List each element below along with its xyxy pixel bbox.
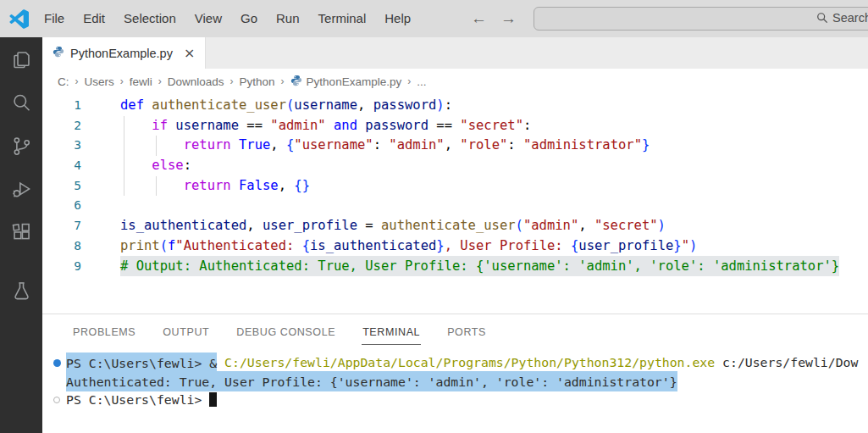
indent-guide xyxy=(124,136,124,156)
breadcrumb-separator: › xyxy=(407,75,411,87)
code-line[interactable]: 3 return True, {"username": "admin", "ro… xyxy=(42,136,868,156)
python-file-icon xyxy=(53,46,64,60)
menu-run[interactable]: Run xyxy=(267,0,309,37)
code-line[interactable]: 6 xyxy=(42,196,868,216)
code-line[interactable]: 1def authenticate_user(username, passwor… xyxy=(42,96,868,116)
menu-selection[interactable]: Selection xyxy=(114,0,185,37)
breadcrumb-item[interactable]: Users xyxy=(85,75,114,88)
vscode-logo-icon xyxy=(9,9,29,29)
search-icon xyxy=(816,12,828,24)
breadcrumb-item[interactable]: Downloads xyxy=(168,75,224,88)
navigate-forward-icon[interactable]: → xyxy=(500,9,517,28)
indent-guide xyxy=(156,136,157,156)
line-number: 4 xyxy=(42,156,81,176)
menu-go[interactable]: Go xyxy=(231,0,267,37)
code-editor[interactable]: 1def authenticate_user(username, passwor… xyxy=(42,94,868,314)
menu-edit[interactable]: Edit xyxy=(74,0,114,37)
source-control-icon[interactable] xyxy=(10,135,33,158)
panel-tab-output[interactable]: OUTPUT xyxy=(162,317,210,345)
panel-tab-terminal[interactable]: TERMINAL xyxy=(362,317,421,345)
code-line[interactable]: 4 else: xyxy=(42,156,868,176)
line-number: 3 xyxy=(42,136,81,156)
panel-tab-problems[interactable]: PROBLEMS xyxy=(72,317,136,345)
command-success-dot-icon xyxy=(53,359,61,367)
breadcrumb-separator: › xyxy=(281,75,285,87)
menu-file[interactable]: File xyxy=(35,0,74,37)
terminal-line[interactable]: Authenticated: True, User Profile: {'use… xyxy=(42,372,868,391)
code-line[interactable]: 7is_authenticated, user_profile = authen… xyxy=(42,216,868,236)
indent-guide xyxy=(124,176,124,197)
navigate-back-icon[interactable]: ← xyxy=(471,9,487,28)
line-number: 1 xyxy=(42,96,81,116)
menu-terminal[interactable]: Terminal xyxy=(309,0,376,37)
terminal-cursor xyxy=(209,392,217,407)
tab-label: PythonExample.py xyxy=(70,47,173,60)
breadcrumb-file[interactable]: PythonExample.py xyxy=(290,75,402,89)
menu-bar: FileEditSelectionViewGoRunTerminalHelp xyxy=(35,0,420,37)
code-line[interactable]: 5 return False, {} xyxy=(42,176,868,197)
breadcrumb-ellipsis[interactable]: ... xyxy=(417,75,426,88)
editor-tab-bar: PythonExample.py × xyxy=(42,37,868,69)
terminal-line[interactable]: PS C:\Users\fewli> & C:/Users/fewli/AppD… xyxy=(42,353,868,372)
bottom-panel: PROBLEMSOUTPUTDEBUG CONSOLETERMINALPORTS… xyxy=(42,314,868,433)
activity-bar xyxy=(0,37,42,433)
terminal[interactable]: PS C:\Users\fewli> & C:/Users/fewli/AppD… xyxy=(42,347,868,409)
menu-view[interactable]: View xyxy=(185,0,231,37)
code-line[interactable]: 8print(f"Authenticated: {is_authenticate… xyxy=(42,236,868,257)
breadcrumb-separator: › xyxy=(120,75,124,87)
indent-guide xyxy=(124,116,124,136)
panel-tab-debug-console[interactable]: DEBUG CONSOLE xyxy=(235,317,336,345)
breadcrumb-separator: › xyxy=(158,75,162,87)
command-center-search[interactable]: Search xyxy=(534,7,868,31)
indent-guide xyxy=(156,176,157,197)
menu-help[interactable]: Help xyxy=(375,0,420,37)
explorer-icon[interactable] xyxy=(10,48,33,71)
indent-guide xyxy=(124,156,124,176)
title-bar: FileEditSelectionViewGoRunTerminalHelp ←… xyxy=(0,0,868,37)
search-icon[interactable] xyxy=(10,92,33,114)
breadcrumb-item[interactable]: C: xyxy=(58,75,69,88)
run-debug-icon[interactable] xyxy=(10,178,33,201)
panel-tab-ports[interactable]: PORTS xyxy=(446,317,487,345)
breadcrumb-item[interactable]: fewli xyxy=(130,75,152,88)
breadcrumb: C:›Users›fewli›Downloads›Python› PythonE… xyxy=(42,69,868,94)
search-placeholder: Search xyxy=(832,11,868,25)
line-number: 9 xyxy=(42,257,81,277)
code-line[interactable]: 9# Output: Authenticated: True, User Pro… xyxy=(42,257,868,277)
line-number: 2 xyxy=(42,116,81,136)
line-number: 6 xyxy=(42,196,81,216)
line-number: 7 xyxy=(42,216,81,236)
line-number: 5 xyxy=(42,176,81,197)
breadcrumb-item[interactable]: Python xyxy=(240,75,275,88)
python-file-icon xyxy=(290,75,302,89)
extensions-icon[interactable] xyxy=(10,221,33,244)
close-tab-icon[interactable]: × xyxy=(184,45,195,61)
testing-icon[interactable] xyxy=(10,280,33,303)
code-line[interactable]: 2 if username == "admin" and password ==… xyxy=(42,116,868,136)
panel-tab-bar: PROBLEMSOUTPUTDEBUG CONSOLETERMINALPORTS xyxy=(42,314,868,347)
breadcrumb-separator: › xyxy=(230,75,234,87)
tab-pythonexample[interactable]: PythonExample.py × xyxy=(42,37,206,69)
command-pending-ring-icon xyxy=(53,397,60,403)
terminal-line[interactable]: PS C:\Users\fewli> xyxy=(42,391,868,409)
line-number: 8 xyxy=(42,236,81,257)
breadcrumb-separator: › xyxy=(75,75,79,87)
